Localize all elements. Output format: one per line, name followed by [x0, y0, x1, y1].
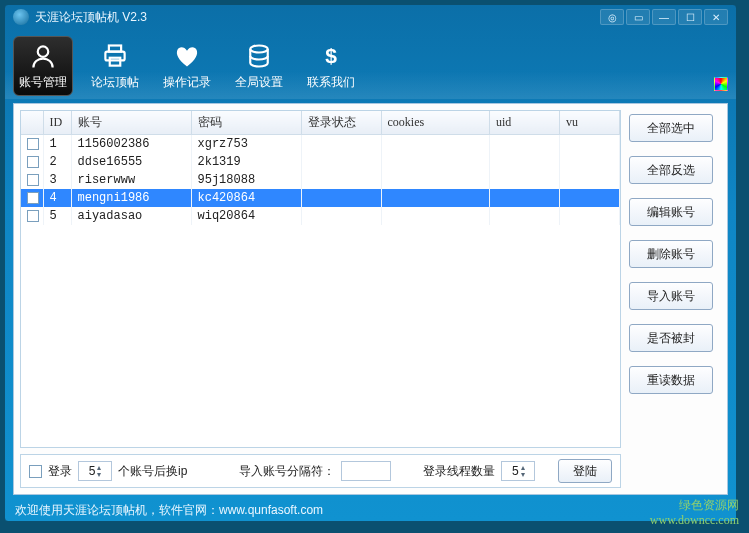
- cell-uid: [490, 207, 560, 225]
- spinner-arrows-icon: ▴▾: [521, 464, 525, 478]
- cell-cookies: [381, 153, 490, 171]
- cell-cookies: [381, 135, 490, 154]
- row-checkbox[interactable]: [27, 138, 39, 150]
- maximize-button[interactable]: ☐: [678, 9, 702, 25]
- col-uid[interactable]: uid: [490, 111, 560, 135]
- col-account[interactable]: 账号: [71, 111, 191, 135]
- minimize-button[interactable]: —: [652, 9, 676, 25]
- cell-vu: [560, 153, 620, 171]
- dollar-icon: $: [317, 42, 345, 70]
- cell-vu: [560, 189, 620, 207]
- side-button-3[interactable]: 删除账号: [629, 240, 713, 268]
- side-button-6[interactable]: 重读数据: [629, 366, 713, 394]
- col-id[interactable]: ID: [43, 111, 71, 135]
- cell-uid: [490, 153, 560, 171]
- toolbar-label: 联系我们: [307, 74, 355, 91]
- row-checkbox[interactable]: [27, 210, 39, 222]
- table-row[interactable]: 2ddse165552k1319: [21, 153, 620, 171]
- col-check[interactable]: [21, 111, 43, 135]
- threads-label: 登录线程数量: [423, 463, 495, 480]
- col-login-status[interactable]: 登录状态: [301, 111, 381, 135]
- cell-status: [301, 207, 381, 225]
- bottom-bar: 登录 5 ▴▾ 个账号后换ip 导入账号分隔符： 登录线程数量 5 ▴▾ 登陆: [20, 454, 621, 488]
- svg-rect-3: [110, 57, 121, 65]
- separator-input[interactable]: [341, 461, 391, 481]
- cell-cookies: [381, 171, 490, 189]
- cell-password: xgrz753: [191, 135, 301, 154]
- svg-point-0: [38, 46, 49, 57]
- svg-rect-2: [105, 51, 124, 60]
- login-button[interactable]: 登陆: [558, 459, 612, 483]
- cell-account: mengni1986: [71, 189, 191, 207]
- col-vu[interactable]: vu: [560, 111, 620, 135]
- spinner-arrows-icon: ▴▾: [97, 464, 101, 478]
- ip-count-spinner[interactable]: 5 ▴▾: [78, 461, 112, 481]
- table-row[interactable]: 3riserwww95j18088: [21, 171, 620, 189]
- table-row[interactable]: 11156002386xgrz753: [21, 135, 620, 154]
- cell-vu: [560, 171, 620, 189]
- cell-uid: [490, 171, 560, 189]
- cell-id: 4: [43, 189, 71, 207]
- toolbar-label: 操作记录: [163, 74, 211, 91]
- threads-value: 5: [512, 464, 519, 478]
- side-button-5[interactable]: 是否被封: [629, 324, 713, 352]
- cell-id: 1: [43, 135, 71, 154]
- table-row[interactable]: 4mengni1986kc420864: [21, 189, 620, 207]
- toolbar-label: 全局设置: [235, 74, 283, 91]
- statusbar: 欢迎使用天涯论坛顶帖机，软件官网：www.qunfasoft.com: [5, 499, 736, 521]
- table-body: 11156002386xgrz7532ddse165552k13193riser…: [21, 135, 620, 226]
- cell-uid: [490, 189, 560, 207]
- cell-account: aiyadasao: [71, 207, 191, 225]
- cell-status: [301, 189, 381, 207]
- cell-uid: [490, 135, 560, 154]
- toolbar-db-button[interactable]: 全局设置: [229, 36, 289, 96]
- user-icon: [29, 42, 57, 70]
- help-button[interactable]: ◎: [600, 9, 624, 25]
- login-label: 登录: [48, 463, 72, 480]
- cell-status: [301, 135, 381, 154]
- toolbar-printer-button[interactable]: 论坛顶帖: [85, 36, 145, 96]
- cell-cookies: [381, 207, 490, 225]
- color-picker-icon[interactable]: [714, 77, 728, 91]
- cell-password: wiq20864: [191, 207, 301, 225]
- side-button-2[interactable]: 编辑账号: [629, 198, 713, 226]
- table-row[interactable]: 5aiyadasaowiq20864: [21, 207, 620, 225]
- cell-id: 3: [43, 171, 71, 189]
- accounts-table: ID 账号 密码 登录状态 cookies uid vu 11156002386…: [20, 110, 621, 448]
- threads-spinner[interactable]: 5 ▴▾: [501, 461, 535, 481]
- col-cookies[interactable]: cookies: [381, 111, 490, 135]
- side-button-1[interactable]: 全部反选: [629, 156, 713, 184]
- side-button-4[interactable]: 导入账号: [629, 282, 713, 310]
- ip-count-value: 5: [89, 464, 96, 478]
- table-header-row: ID 账号 密码 登录状态 cookies uid vu: [21, 111, 620, 135]
- window-title: 天涯论坛顶帖机 V2.3: [35, 9, 147, 26]
- row-checkbox[interactable]: [27, 156, 39, 168]
- settings-button[interactable]: ▭: [626, 9, 650, 25]
- cell-vu: [560, 135, 620, 154]
- svg-point-4: [250, 45, 268, 52]
- toolbar: 账号管理论坛顶帖操作记录全局设置$联系我们: [5, 29, 736, 99]
- cell-password: 95j18088: [191, 171, 301, 189]
- left-pane: ID 账号 密码 登录状态 cookies uid vu 11156002386…: [20, 110, 621, 488]
- side-button-0[interactable]: 全部选中: [629, 114, 713, 142]
- toolbar-label: 论坛顶帖: [91, 74, 139, 91]
- login-checkbox[interactable]: [29, 465, 42, 478]
- row-checkbox[interactable]: [27, 174, 39, 186]
- heart-icon: [173, 42, 201, 70]
- svg-text:$: $: [325, 44, 337, 67]
- close-button[interactable]: ✕: [704, 9, 728, 25]
- toolbar-user-button[interactable]: 账号管理: [13, 36, 73, 96]
- row-checkbox[interactable]: [27, 192, 39, 204]
- side-buttons: 全部选中全部反选编辑账号删除账号导入账号是否被封重读数据: [629, 110, 721, 488]
- printer-icon: [101, 42, 129, 70]
- cell-password: 2k1319: [191, 153, 301, 171]
- toolbar-heart-button[interactable]: 操作记录: [157, 36, 217, 96]
- toolbar-dollar-button[interactable]: $联系我们: [301, 36, 361, 96]
- separator-label: 导入账号分隔符：: [239, 463, 335, 480]
- cell-status: [301, 171, 381, 189]
- app-window: 天涯论坛顶帖机 V2.3 ◎ ▭ — ☐ ✕ 账号管理论坛顶帖操作记录全局设置$…: [4, 4, 737, 522]
- col-password[interactable]: 密码: [191, 111, 301, 135]
- cell-vu: [560, 207, 620, 225]
- after-ip-label: 个账号后换ip: [118, 463, 187, 480]
- app-icon: [13, 9, 29, 25]
